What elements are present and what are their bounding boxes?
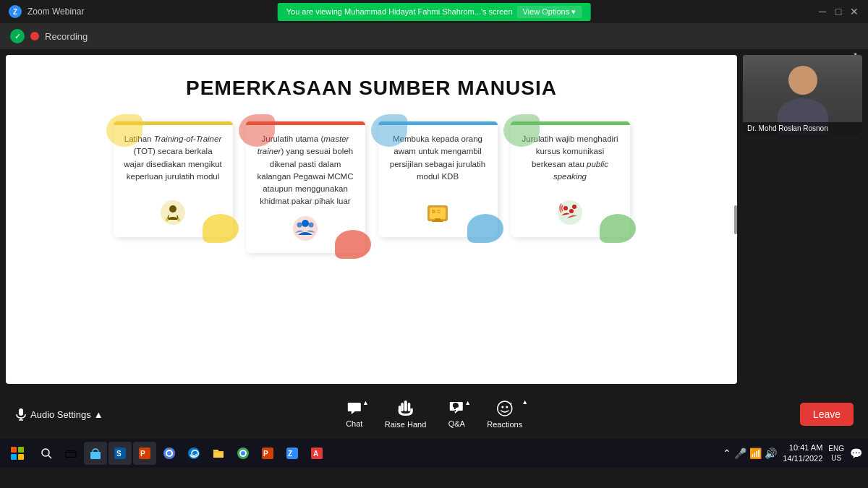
date-text: 14/11/2022 <box>783 453 822 464</box>
qa-caret[interactable]: ▲ <box>464 399 471 406</box>
audio-settings-button[interactable]: Audio Settings ▲ <box>14 408 103 421</box>
svg-point-28 <box>501 406 503 408</box>
svg-rect-11 <box>432 221 443 222</box>
card-1-icon <box>160 200 186 226</box>
taskbar-app-icons: 🗃 S P P Z A <box>35 442 328 465</box>
svg-rect-14 <box>437 212 441 213</box>
card-4-icon <box>557 200 583 226</box>
close-button[interactable]: ✕ <box>849 7 859 17</box>
minimize-button[interactable]: ─ <box>817 7 827 17</box>
raise-hand-button[interactable]: Raise Hand <box>385 400 426 429</box>
start-button[interactable] <box>6 442 29 465</box>
win-square-3 <box>11 454 17 460</box>
system-time[interactable]: 10:41 AM 14/11/2022 <box>783 442 822 465</box>
svg-point-44 <box>241 451 245 455</box>
svg-rect-19 <box>19 408 23 416</box>
wifi-icon[interactable]: 📶 <box>749 448 762 459</box>
main-content: PEMERKASAAN SUMBER MANUSIA Latihan Train… <box>0 49 868 390</box>
windows-logo <box>11 447 24 460</box>
svg-line-32 <box>48 455 51 458</box>
reactions-button[interactable]: + Reactions ▲ <box>487 400 522 429</box>
toolbar-left: Audio Settings ▲ <box>14 408 103 421</box>
svg-point-18 <box>569 209 574 213</box>
card-3-icon <box>425 200 451 226</box>
leave-button[interactable]: Leave <box>800 403 854 426</box>
slide-title: PEMERKASAAN SUMBER MANUSIA <box>186 77 557 100</box>
app-title: Zoom Webinar <box>27 7 84 17</box>
taskbar-ppt2[interactable]: P <box>256 442 279 465</box>
slide-display: PEMERKASAAN SUMBER MANUSIA Latihan Train… <box>6 55 737 384</box>
svg-text:+: + <box>509 401 513 407</box>
win-square-2 <box>18 447 24 453</box>
svg-point-31 <box>42 449 49 456</box>
svg-point-6 <box>297 222 302 227</box>
svg-text:A: A <box>313 450 318 458</box>
card-blob-3 <box>371 114 407 147</box>
taskbar-acrobat[interactable]: A <box>305 442 328 465</box>
svg-point-5 <box>302 220 309 227</box>
taskbar-files[interactable] <box>207 442 230 465</box>
svg-point-40 <box>167 451 171 455</box>
svg-point-1 <box>169 205 176 213</box>
card-4-text: Jurulatih wajib menghadiri kursus komuni… <box>521 133 620 192</box>
language-indicator[interactable]: ENG US <box>828 444 844 463</box>
card-1-text: Latihan Training-of-Trainer (TOT) secara… <box>124 133 223 192</box>
svg-text:S: S <box>116 450 122 458</box>
taskbar-store[interactable] <box>84 442 107 465</box>
svg-point-7 <box>309 222 314 227</box>
raise-hand-label: Raise Hand <box>385 420 426 429</box>
toolbar-right: Leave <box>800 403 854 426</box>
qa-icon <box>448 401 465 416</box>
shield-icon: ✓ <box>10 29 25 43</box>
notification-icon[interactable]: 💬 <box>850 448 862 459</box>
svg-text:Z: Z <box>288 450 292 458</box>
reactions-caret[interactable]: ▲ <box>522 398 528 406</box>
card-2-text: Jurulatih utama (master trainer) yang se… <box>256 133 355 208</box>
win-square-1 <box>11 447 17 453</box>
window-controls: ─ □ ✕ <box>817 7 859 17</box>
region-text: US <box>828 453 844 463</box>
chat-button[interactable]: Chat ▲ <box>346 401 363 428</box>
person-head <box>788 66 817 95</box>
zoom-app-icon: Z <box>9 5 22 18</box>
volume-icon[interactable]: 🔊 <box>765 448 777 459</box>
title-bar: Z Zoom Webinar You are viewing Muhammad … <box>0 0 868 23</box>
chat-caret[interactable]: ▲ <box>362 399 369 406</box>
reactions-label: Reactions <box>487 420 522 429</box>
taskbar-edge[interactable] <box>182 442 205 465</box>
time-text: 10:41 AM <box>783 442 822 453</box>
taskbar-widgets[interactable]: 🗃 <box>59 442 82 465</box>
taskbar-ppt[interactable]: P <box>133 442 156 465</box>
recording-label: Recording <box>45 31 88 42</box>
svg-point-3 <box>177 218 180 221</box>
maximize-button[interactable]: □ <box>833 7 843 17</box>
svg-point-16 <box>563 206 568 210</box>
scroll-indicator[interactable] <box>734 205 737 234</box>
zoom-toolbar: Audio Settings ▲ Chat ▲ <box>0 390 868 439</box>
svg-rect-26 <box>455 410 456 411</box>
banner-text: You are viewing Muhammad Hidayat Fahmi S… <box>286 7 513 16</box>
svg-text:P: P <box>263 450 268 458</box>
raise-hand-icon <box>398 400 414 417</box>
taskbar-chrome2[interactable] <box>231 442 255 465</box>
card-1: Latihan Training-of-Trainer (TOT) secara… <box>114 121 233 237</box>
audio-settings-label: Audio Settings <box>30 409 91 420</box>
win-square-4 <box>18 454 24 460</box>
title-bar-left: Z Zoom Webinar <box>9 5 84 18</box>
view-options-button[interactable]: View Options ▾ <box>517 6 582 18</box>
taskbar-zoom[interactable]: Z <box>281 442 304 465</box>
taskbar-search[interactable] <box>35 442 58 465</box>
reactions-icon: + <box>496 400 514 417</box>
chevron-up-icon[interactable]: ⌃ <box>723 448 731 459</box>
participant-video: Dr. Mohd Roslan Rosnon <box>743 55 862 134</box>
card-blob-1 <box>106 114 142 147</box>
taskbar-chrome[interactable] <box>158 442 181 465</box>
qa-label: Q&A <box>448 419 465 428</box>
svg-point-29 <box>506 406 508 408</box>
qa-button[interactable]: Q&A ▲ <box>448 401 465 428</box>
chat-label: Chat <box>346 419 362 428</box>
chat-icon <box>346 401 363 416</box>
taskbar-app4[interactable]: S <box>109 442 132 465</box>
svg-point-2 <box>166 218 169 221</box>
audio-caret[interactable]: ▲ <box>94 409 103 420</box>
